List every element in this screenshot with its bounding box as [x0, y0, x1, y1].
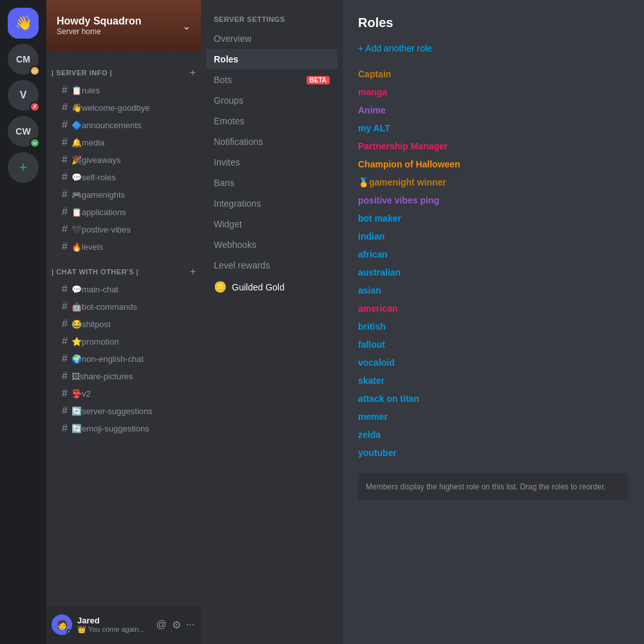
settings-nav-bots[interactable]: Bots BETA: [206, 70, 337, 90]
hash-icon: #: [62, 102, 68, 113]
channel-gamenights[interactable]: # 🎮gamenights: [52, 186, 196, 203]
channel-gamenights-name: 🎮gamenights: [71, 190, 125, 200]
role-partnership-manager[interactable]: Partnership Manager: [358, 138, 629, 154]
role-positive-vibes-ping[interactable]: positive vibes ping: [358, 193, 629, 208]
settings-nav-integrations[interactable]: Integrations: [206, 193, 337, 214]
hash-icon: #: [62, 370, 68, 382]
channel-server-suggestions[interactable]: # 🔄server-suggestions: [52, 402, 196, 419]
settings-nav-groups[interactable]: Groups: [206, 90, 337, 111]
role-indian[interactable]: indian: [358, 229, 629, 244]
category-server-info-label: | Server Info |: [52, 69, 112, 77]
settings-nav-widget[interactable]: Widget: [206, 214, 337, 234]
role-american[interactable]: american: [358, 301, 629, 316]
channel-emoji-suggestions[interactable]: # 🔄emoji-suggestions: [52, 420, 196, 437]
channel-announcements[interactable]: # 🔷announcements: [52, 117, 196, 133]
channel-shitpost[interactable]: # 😂shitpost: [52, 316, 196, 332]
hash-icon: #: [62, 353, 68, 365]
role-british[interactable]: british: [358, 319, 629, 334]
add-server-button[interactable]: +: [8, 152, 39, 183]
channel-media-name: 🔔media: [71, 138, 104, 147]
hash-icon: #: [62, 241, 68, 252]
settings-nav-webhooks[interactable]: Webhooks: [206, 234, 337, 255]
role-attack-on-titan[interactable]: attack on titan: [358, 391, 629, 406]
main-server-icon[interactable]: 👋: [8, 8, 39, 39]
channel-share-pictures[interactable]: # 🖼share-pictures: [52, 368, 196, 384]
category-chat-others[interactable]: | Chat With other's | +: [46, 256, 201, 280]
settings-nav-emotes[interactable]: Emotes: [206, 111, 337, 131]
channel-levels[interactable]: # 🔥levels: [52, 238, 196, 255]
roles-footer: Members display the highest role on this…: [358, 473, 629, 500]
beta-badge: BETA: [307, 76, 330, 84]
channel-announcements-name: 🔷announcements: [71, 120, 142, 130]
settings-nav-bans[interactable]: Bans: [206, 173, 337, 193]
hash-icon: #: [62, 84, 68, 96]
channel-v2-name: 👺v2: [71, 389, 91, 399]
settings-button[interactable]: ⚙: [171, 618, 182, 632]
category-chat-others-add[interactable]: +: [190, 266, 196, 278]
role-vocaloid[interactable]: vocaloid: [358, 355, 629, 370]
settings-nav-guilded-gold[interactable]: 🪙 Guilded Gold: [206, 276, 337, 298]
channel-self-roles-name: 💬self-roles: [71, 173, 116, 182]
channel-giveaways-name: 🎉giveaways: [71, 155, 121, 165]
channels-list: | Server Info | + # 📋rules # 👋welcome-go…: [46, 52, 201, 605]
settings-nav-overview[interactable]: Overview: [206, 28, 337, 49]
hash-icon: #: [62, 119, 68, 131]
category-server-info[interactable]: | Server Info | +: [46, 57, 201, 81]
channel-non-english[interactable]: # 🌍non-english-chat: [52, 350, 196, 367]
server-icon-cw[interactable]: CW w: [8, 116, 39, 147]
role-gamenight-winner[interactable]: 🥇gamenight winner: [358, 175, 629, 190]
channel-main-chat[interactable]: # 💬main-chat: [52, 281, 196, 298]
settings-nav: Server settings Overview Roles Bots BETA…: [201, 0, 343, 644]
role-manga[interactable]: manga: [358, 84, 629, 100]
role-youtuber[interactable]: youtuber: [358, 445, 629, 460]
hash-icon: #: [62, 154, 68, 166]
settings-nav-notifications[interactable]: Notifications: [206, 131, 337, 152]
settings-nav-invites[interactable]: Invites: [206, 152, 337, 173]
channel-levels-name: 🔥levels: [71, 242, 103, 252]
server-icon-v[interactable]: V ✗: [8, 80, 39, 111]
channel-postive-vibes[interactable]: # 🖤postive-vibes: [52, 221, 196, 238]
channel-rules[interactable]: # 📋rules: [52, 82, 196, 99]
add-role-button[interactable]: + Add another role: [358, 41, 629, 56]
settings-nav-level-rewards[interactable]: Level rewards: [206, 255, 337, 276]
server-icon-cm[interactable]: CM m: [8, 44, 39, 75]
role-african[interactable]: african: [358, 247, 629, 262]
role-asian[interactable]: asian: [358, 283, 629, 298]
server-list: 👋 CM m V ✗ CW w +: [0, 0, 46, 644]
server-header[interactable]: Howdy Squadron Server home ⌄: [46, 0, 201, 52]
category-server-info-add[interactable]: +: [190, 67, 196, 79]
main-server-emoji: 👋: [15, 15, 32, 32]
role-zelda[interactable]: zelda: [358, 427, 629, 442]
role-champion-halloween[interactable]: Champion of Halloween: [358, 156, 629, 172]
channel-bot-commands[interactable]: # 🤖bot-commands: [52, 298, 196, 315]
role-bot-maker[interactable]: bot maker: [358, 211, 629, 226]
badge-cw: w: [30, 138, 40, 148]
channel-self-roles[interactable]: # 💬self-roles: [52, 169, 196, 185]
channel-main-chat-name: 💬main-chat: [71, 285, 118, 294]
hash-icon: #: [62, 405, 68, 417]
role-fallout[interactable]: fallout: [358, 337, 629, 352]
role-my-alt[interactable]: my ALT: [358, 120, 629, 136]
channel-postive-vibes-name: 🖤postive-vibes: [71, 225, 131, 234]
server-name: Howdy Squadron: [57, 15, 142, 27]
channel-media[interactable]: # 🔔media: [52, 134, 196, 151]
settings-nav-roles[interactable]: Roles: [206, 49, 337, 70]
channel-welcome[interactable]: # 👋welcome-goodbye: [52, 99, 196, 116]
roles-list: Captain manga Anime my ALT Partnership M…: [358, 66, 629, 460]
guilded-coin-icon: 🪙: [214, 281, 227, 293]
badge-v: ✗: [30, 102, 40, 112]
channel-giveaways[interactable]: # 🎉giveaways: [52, 151, 196, 168]
channel-v2[interactable]: # 👺v2: [52, 385, 196, 402]
role-anime[interactable]: Anime: [358, 102, 629, 118]
hash-icon: #: [62, 388, 68, 399]
role-skater[interactable]: skater: [358, 373, 629, 388]
channel-promotion[interactable]: # ⭐promotion: [52, 333, 196, 350]
more-button[interactable]: ···: [185, 618, 196, 632]
status-dot: [66, 629, 72, 635]
role-captain[interactable]: Captain: [358, 66, 629, 82]
hash-icon: #: [62, 318, 68, 330]
mention-button[interactable]: @: [155, 618, 167, 632]
role-memer[interactable]: memer: [358, 409, 629, 424]
role-australian[interactable]: australian: [358, 265, 629, 280]
channel-applications[interactable]: # 📋applications: [52, 204, 196, 220]
